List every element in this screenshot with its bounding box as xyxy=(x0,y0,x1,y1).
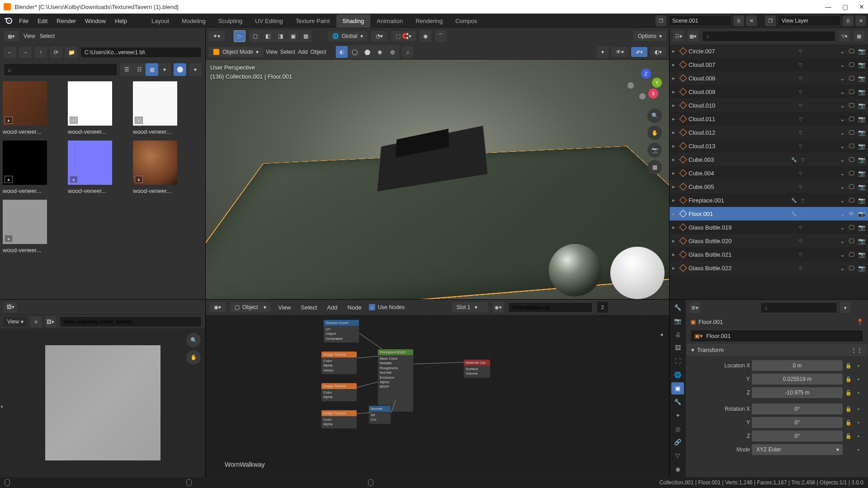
proptab-modifiers[interactable]: 🔧 xyxy=(671,396,684,408)
camera-icon[interactable]: 📷 xyxy=(858,48,865,55)
disclose-icon[interactable]: ⌄ xyxy=(840,224,845,231)
vp-menu-object[interactable]: Object xyxy=(311,49,326,55)
monitor-icon[interactable]: 🖵 xyxy=(849,102,854,109)
nav-gizmo[interactable]: Z Y X xyxy=(631,69,660,98)
shading-matcap[interactable]: ⬤ xyxy=(361,46,373,58)
select-invert[interactable]: ▦ xyxy=(300,30,311,42)
monitor-icon[interactable]: 🖵 xyxy=(849,89,854,95)
thumbnail[interactable]: ▲wood-veneer... xyxy=(3,200,57,253)
rot-y-input[interactable]: 0° xyxy=(752,417,843,428)
tab-shading[interactable]: Shading xyxy=(336,14,371,28)
monitor-icon[interactable]: 🖵 xyxy=(849,183,854,190)
proptab-scene[interactable]: ⛶ xyxy=(671,355,684,367)
outliner-row[interactable]: ▸Glass Bottle.022▽⌄🖵📷 xyxy=(670,261,868,275)
viewlayer-delete-button[interactable]: ✕ xyxy=(855,15,866,26)
shading-wire[interactable]: ◯ xyxy=(349,46,360,58)
outliner-row[interactable]: ▸Glass Bottle.020▽⌄🖵📷 xyxy=(670,234,868,248)
proptab-constraints[interactable]: 🔗 xyxy=(671,436,684,448)
mat-users[interactable]: 2 xyxy=(597,302,608,313)
monitor-icon[interactable]: 🖵 xyxy=(849,143,854,150)
scene-delete-button[interactable]: ✕ xyxy=(746,15,757,26)
fb-search-input[interactable] xyxy=(4,63,118,76)
outliner-row[interactable]: ▸Cloud.013▽⌄🖵📷 xyxy=(670,139,868,153)
ie-channels-button[interactable]: ≡ xyxy=(31,316,42,327)
ne-menu-node[interactable]: Node xyxy=(345,302,364,313)
monitor-icon[interactable]: 🖵 xyxy=(849,116,854,122)
rot-x-input[interactable]: 0° xyxy=(752,404,843,414)
view-thumbnail-button[interactable]: ▦ xyxy=(146,63,158,76)
tab-layout[interactable]: Layout xyxy=(145,14,175,28)
node-img1[interactable]: Image TextureColorAlphaVector xyxy=(321,351,357,375)
ne-sidebar-toggle[interactable]: ◂ xyxy=(660,331,666,338)
disclose-icon[interactable]: ⌄ xyxy=(840,251,845,258)
disclose-icon[interactable]: ⌄ xyxy=(840,61,845,68)
lock-icon[interactable]: 🔓 xyxy=(844,433,853,439)
proptab-object[interactable]: ▣ xyxy=(671,382,684,394)
prop-edit-curve[interactable]: ⌒ xyxy=(435,30,447,42)
lock-icon[interactable]: 🔓 xyxy=(844,420,853,426)
thumbnail[interactable]: ▲wood-veneer... xyxy=(68,141,122,194)
monitor-icon[interactable]: 🖵 xyxy=(849,251,854,258)
panel-transform-header[interactable]: ▾ Transform⋮⋮ xyxy=(687,344,867,356)
outliner-row[interactable]: ▸Circle.007▽⌄🖵📷 xyxy=(670,44,868,58)
ie-image-name[interactable] xyxy=(60,316,202,327)
camera-icon[interactable]: 📷 xyxy=(858,183,865,190)
ne-menu-view[interactable]: View xyxy=(275,302,293,313)
monitor-icon[interactable]: 🖵 xyxy=(849,238,854,244)
camera-icon[interactable]: 📷 xyxy=(858,129,865,136)
maximize-button[interactable]: ▢ xyxy=(842,3,848,10)
disclose-icon[interactable]: ⌄ xyxy=(840,238,845,244)
loc-y-input[interactable]: 0.025519 m xyxy=(752,374,843,385)
camera-icon[interactable]: 📷 xyxy=(858,89,865,95)
ie-pan-button[interactable]: ✋ xyxy=(186,350,201,365)
ie-editor-type[interactable]: 🖼▾ xyxy=(4,302,17,313)
disclose-icon[interactable]: ⌄ xyxy=(840,197,845,204)
filter-button[interactable]: ⚪ xyxy=(174,63,186,76)
camera-icon[interactable]: 📷 xyxy=(858,75,865,82)
loc-z-input[interactable]: -10.975 m xyxy=(752,387,843,398)
vp-zoom-button[interactable]: 🔍 xyxy=(647,108,662,123)
proptab-world[interactable]: 🌐 xyxy=(671,369,684,381)
node-img3[interactable]: Image TextureColorAlpha xyxy=(321,410,357,429)
pivot-dropdown[interactable]: ◔▾ xyxy=(371,31,387,41)
proptab-data[interactable]: ▽ xyxy=(671,450,684,462)
ie-zoom-button[interactable]: 🔍 xyxy=(186,333,201,347)
viewlayer-new-button[interactable]: ⎘ xyxy=(843,15,854,26)
shading-rendered[interactable]: ◉ xyxy=(374,46,386,58)
outliner-row[interactable]: ▸Cloud.010▽⌄🖵📷 xyxy=(670,99,868,112)
tab-compositing[interactable]: Compos xyxy=(449,14,483,28)
tab-animation[interactable]: Animation xyxy=(370,14,409,28)
menu-help[interactable]: Help xyxy=(110,15,132,27)
material-name-input[interactable] xyxy=(508,302,593,313)
prop-options[interactable]: ▾ xyxy=(840,302,851,313)
camera-icon[interactable]: 📷 xyxy=(858,265,865,272)
editor-type-button[interactable]: ▦▾ xyxy=(4,31,19,42)
monitor-icon[interactable]: 🖵 xyxy=(849,197,854,204)
3d-viewport[interactable]: User Perspective (136) Collection.001 | … xyxy=(206,60,669,299)
vp-camera-button[interactable]: 📷 xyxy=(647,143,662,157)
material-slot[interactable]: Slot 1 ▾ xyxy=(452,302,488,312)
prop-editor-type[interactable]: ⚙▾ xyxy=(689,302,700,313)
menu-file[interactable]: File xyxy=(14,15,33,27)
camera-icon[interactable]: 📷 xyxy=(858,211,865,217)
ne-menu-add[interactable]: Add xyxy=(324,302,340,313)
outliner-display-mode[interactable]: ▦▾ xyxy=(688,31,698,42)
menu-edit[interactable]: Edit xyxy=(33,15,52,27)
prop-datablock-name[interactable]: ▣▾ Floor.001 xyxy=(690,330,863,342)
prop-search[interactable] xyxy=(760,302,837,313)
disclose-icon[interactable]: ⌄ xyxy=(840,75,845,82)
vp-options[interactable]: Options ▾ xyxy=(633,31,666,41)
outliner-search[interactable] xyxy=(702,31,835,42)
node-principled[interactable]: Principled BSDFBase ColorMetallicRoughne… xyxy=(377,349,414,412)
outliner-row[interactable]: ▸Cube.003🔧▽⌄🖵📷 xyxy=(670,153,868,166)
disclose-icon[interactable]: ⌄ xyxy=(840,89,845,95)
proptab-physics[interactable]: ◎ xyxy=(671,423,684,435)
outliner-row[interactable]: ▸Cloud.011▽⌄🖵📷 xyxy=(670,112,868,126)
outliner-row[interactable]: ▸Cloud.009▽⌄🖵📷 xyxy=(670,85,868,99)
menu-window[interactable]: Window xyxy=(80,15,110,27)
thumbnail[interactable]: ▲wood-veneer... xyxy=(3,141,57,194)
prop-pin-button[interactable]: 📍 xyxy=(856,319,863,325)
outliner-row[interactable]: ▸Cube.005▽⌄🖵📷 xyxy=(670,180,868,193)
node-output[interactable]: Material OutSurfaceVolume xyxy=(463,359,491,378)
outliner-row[interactable]: ▸Cloud.012▽⌄🖵📷 xyxy=(670,126,868,139)
